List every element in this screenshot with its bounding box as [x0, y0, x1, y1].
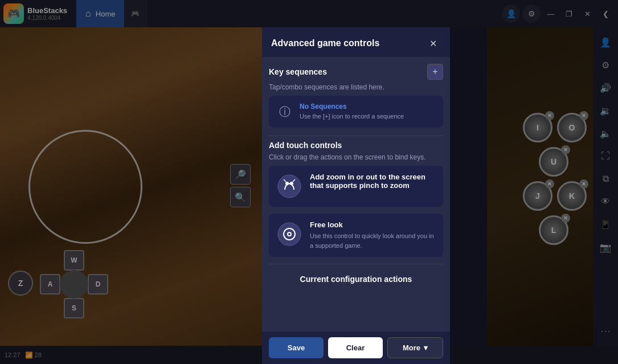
touch-subtitle: Click or drag the actions on the screen …	[269, 153, 443, 161]
advanced-controls-modal: Advanced game controls ✕ Key sequences +…	[262, 27, 450, 364]
svg-point-0	[278, 175, 301, 198]
modal-footer: Save Clear More ▾	[262, 332, 450, 364]
more-chevron-icon: ▾	[424, 343, 428, 352]
modal-close-btn[interactable]: ✕	[425, 35, 441, 51]
divider-1	[269, 136, 443, 136]
add-touch-section: Add touch controls Click or drag the act…	[269, 141, 443, 257]
key-sequences-section: Key sequences + Tap/combo sequences are …	[269, 64, 443, 128]
modal-body: Key sequences + Tap/combo sequences are …	[262, 57, 450, 332]
clear-button[interactable]: Clear	[328, 337, 383, 358]
ks-add-btn[interactable]: +	[427, 64, 443, 80]
save-button[interactable]: Save	[269, 337, 324, 358]
ks-no-seq-label: No Sequences	[300, 103, 404, 111]
current-config-section: Current configuration actions	[269, 269, 443, 287]
ks-section-header: Key sequences +	[269, 64, 443, 80]
freelook-title: Free look	[310, 220, 436, 229]
ks-alert-icon: ⓘ	[276, 103, 294, 121]
ks-no-sequences: ⓘ No Sequences Use the [+] icon to recor…	[276, 103, 436, 121]
modal-title: Advanced game controls	[271, 38, 379, 48]
touch-section-header: Add touch controls	[269, 141, 443, 150]
pinch-zoom-card[interactable]: Add zoom in or out to the screen that su…	[269, 166, 443, 207]
modal-overlay: Advanced game controls ✕ Key sequences +…	[0, 0, 618, 364]
svg-point-1	[285, 182, 289, 185]
pinch-card-title: Add zoom in or out to the screen that su…	[310, 173, 436, 190]
ks-no-seq-desc: Use the [+] icon to record a sequence	[300, 112, 404, 121]
freelook-desc: Use this control to quickly look around …	[310, 231, 436, 250]
free-look-card[interactable]: Free look Use this control to quickly lo…	[269, 214, 443, 257]
touch-title: Add touch controls	[269, 141, 342, 150]
freelook-card-info: Free look Use this control to quickly lo…	[310, 220, 436, 250]
more-label: More	[403, 343, 420, 352]
modal-header: Advanced game controls ✕	[262, 27, 450, 57]
pinch-icon	[276, 173, 303, 200]
divider-2	[269, 264, 443, 264]
freelook-icon	[276, 220, 303, 248]
svg-point-2	[290, 182, 293, 185]
ks-text: No Sequences Use the [+] icon to record …	[300, 103, 404, 121]
more-button[interactable]: More ▾	[387, 337, 443, 358]
svg-point-8	[288, 233, 290, 235]
ks-title: Key sequences	[269, 67, 327, 76]
ks-subtitle: Tap/combo sequences are listed here.	[269, 83, 443, 91]
ks-card: ⓘ No Sequences Use the [+] icon to recor…	[269, 96, 443, 128]
pinch-card-info: Add zoom in or out to the screen that su…	[310, 173, 436, 192]
config-title: Current configuration actions	[269, 269, 443, 287]
